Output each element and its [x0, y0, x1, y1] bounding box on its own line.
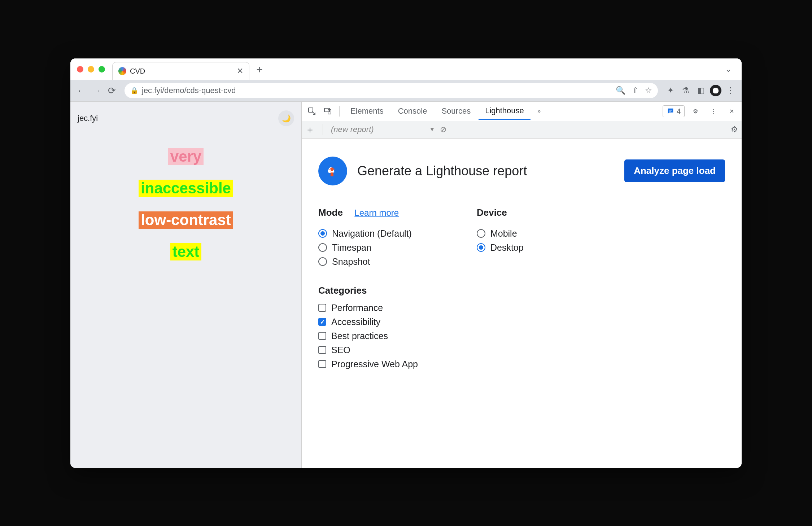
learn-more-link[interactable]: Learn more — [354, 208, 399, 218]
category-pwa[interactable]: Progressive Web App — [318, 359, 725, 369]
radio-icon — [318, 257, 327, 266]
demo-word-2: inaccessible — [139, 180, 233, 197]
tab-sources[interactable]: Sources — [435, 103, 477, 119]
svg-rect-4 — [331, 171, 334, 172]
profile-avatar[interactable] — [710, 85, 721, 96]
content-area: jec.fyi 🌙 very inaccessible low-contrast… — [70, 102, 742, 468]
tab-elements[interactable]: Elements — [344, 103, 390, 119]
inspect-element-icon[interactable] — [305, 104, 319, 118]
dropdown-caret-icon[interactable]: ▼ — [429, 126, 435, 133]
device-section: Device Mobile Desktop — [477, 207, 524, 271]
url-text: jec.fyi/demo/cds-quest-cvd — [142, 86, 612, 95]
report-dropdown-label[interactable]: (new report) — [331, 125, 374, 134]
lock-icon: 🔒 — [130, 87, 138, 95]
back-button[interactable]: ← — [75, 84, 88, 97]
checkbox-icon — [318, 304, 326, 312]
maximize-window-button[interactable] — [99, 66, 105, 73]
lighthouse-subbar: ＋ (new report) ▼ ⊘ ⚙ — [302, 121, 742, 139]
option-label: Accessibility — [331, 317, 380, 327]
chat-icon — [667, 107, 675, 115]
option-label: Progressive Web App — [331, 359, 418, 369]
checkbox-icon — [318, 332, 326, 340]
forward-button[interactable]: → — [91, 84, 103, 97]
mode-option-timespan[interactable]: Timespan — [318, 242, 412, 253]
category-best-practices[interactable]: Best practices — [318, 331, 725, 341]
category-seo[interactable]: SEO — [318, 345, 725, 355]
moon-icon: 🌙 — [282, 114, 291, 123]
radio-icon — [318, 229, 327, 238]
option-label: Timespan — [332, 242, 371, 253]
rendered-page: jec.fyi 🌙 very inaccessible low-contrast… — [70, 102, 301, 468]
device-option-mobile[interactable]: Mobile — [477, 228, 524, 239]
reload-button[interactable]: ⟳ — [106, 84, 118, 97]
checkbox-icon — [318, 360, 326, 368]
demo-words: very inaccessible low-contrast text — [139, 148, 233, 260]
tab-lighthouse[interactable]: Lighthouse — [479, 102, 531, 120]
mode-option-snapshot[interactable]: Snapshot — [318, 257, 412, 267]
option-label: Best practices — [331, 331, 388, 341]
option-label: Desktop — [490, 242, 524, 253]
radio-icon — [477, 229, 485, 238]
tab-title: CVD — [130, 67, 233, 75]
lighthouse-logo-icon — [318, 157, 347, 185]
window-controls — [77, 66, 105, 73]
option-label: Mobile — [490, 228, 517, 239]
categories-heading: Categories — [318, 285, 725, 296]
clear-icon[interactable]: ⊘ — [440, 125, 446, 134]
titlebar: CVD ✕ ＋ ⌄ — [70, 58, 742, 80]
device-heading: Device — [477, 207, 507, 218]
side-panel-icon[interactable]: ◧ — [695, 84, 707, 97]
devtools-panel: Elements Console Sources Lighthouse » 4 … — [301, 102, 742, 468]
device-option-desktop[interactable]: Desktop — [477, 242, 524, 253]
minimize-window-button[interactable] — [88, 66, 94, 73]
tab-favicon-icon — [118, 67, 126, 75]
close-window-button[interactable] — [77, 66, 83, 73]
dark-mode-toggle[interactable]: 🌙 — [278, 110, 294, 126]
extensions-icon[interactable]: ✦ — [664, 84, 677, 97]
mode-section: Mode Learn more Navigation (Default) Tim… — [318, 207, 412, 271]
radio-icon — [318, 243, 327, 252]
bookmark-icon[interactable]: ☆ — [645, 86, 652, 95]
address-bar[interactable]: 🔒 jec.fyi/demo/cds-quest-cvd 🔍 ⇧ ☆ — [125, 83, 658, 98]
browser-tab[interactable]: CVD ✕ — [112, 62, 249, 80]
lighthouse-heading: Generate a Lighthouse report — [357, 163, 614, 179]
browser-window: CVD ✕ ＋ ⌄ ← → ⟳ 🔒 jec.fyi/demo/cds-quest… — [70, 58, 742, 468]
lighthouse-settings-icon[interactable]: ⚙ — [731, 125, 738, 134]
share-icon[interactable]: ⇧ — [632, 86, 638, 95]
mode-option-navigation[interactable]: Navigation (Default) — [318, 228, 412, 239]
issues-count: 4 — [677, 107, 681, 115]
close-tab-icon[interactable]: ✕ — [237, 66, 243, 76]
labs-icon[interactable]: ⚗ — [680, 84, 692, 97]
checkbox-icon — [318, 346, 326, 354]
mode-heading: Mode — [318, 207, 343, 218]
demo-word-4: text — [170, 243, 202, 260]
lighthouse-body: Generate a Lighthouse report Analyze pag… — [302, 139, 742, 468]
checkbox-icon — [318, 318, 326, 326]
close-devtools-icon[interactable]: ✕ — [724, 104, 739, 118]
settings-gear-icon[interactable]: ⚙ — [688, 104, 703, 118]
radio-icon — [477, 243, 485, 252]
devtools-menu-icon[interactable]: ⋮ — [706, 104, 721, 118]
kebab-menu-icon[interactable]: ⋮ — [724, 84, 737, 97]
demo-word-3: low-contrast — [139, 211, 233, 229]
issues-indicator[interactable]: 4 — [663, 105, 685, 117]
new-tab-button[interactable]: ＋ — [254, 62, 265, 76]
zoom-icon[interactable]: 🔍 — [616, 86, 625, 95]
category-performance[interactable]: Performance — [318, 303, 725, 313]
categories-section: Categories Performance Accessibility Bes… — [318, 285, 725, 369]
option-label: Snapshot — [332, 257, 370, 267]
devtools-tabbar: Elements Console Sources Lighthouse » 4 … — [302, 102, 742, 121]
more-tabs-icon[interactable]: » — [532, 104, 546, 118]
new-report-icon[interactable]: ＋ — [305, 123, 315, 136]
browser-toolbar: ← → ⟳ 🔒 jec.fyi/demo/cds-quest-cvd 🔍 ⇧ ☆… — [70, 80, 742, 102]
analyze-button[interactable]: Analyze page load — [624, 159, 725, 182]
option-label: Navigation (Default) — [332, 228, 412, 239]
device-toggle-icon[interactable] — [320, 104, 335, 118]
page-brand: jec.fyi — [78, 114, 98, 123]
option-label: SEO — [331, 345, 350, 355]
demo-word-1: very — [168, 148, 204, 165]
category-accessibility[interactable]: Accessibility — [318, 317, 725, 327]
tab-overflow-icon[interactable]: ⌄ — [725, 65, 732, 74]
tab-console[interactable]: Console — [392, 103, 434, 119]
option-label: Performance — [331, 303, 383, 313]
